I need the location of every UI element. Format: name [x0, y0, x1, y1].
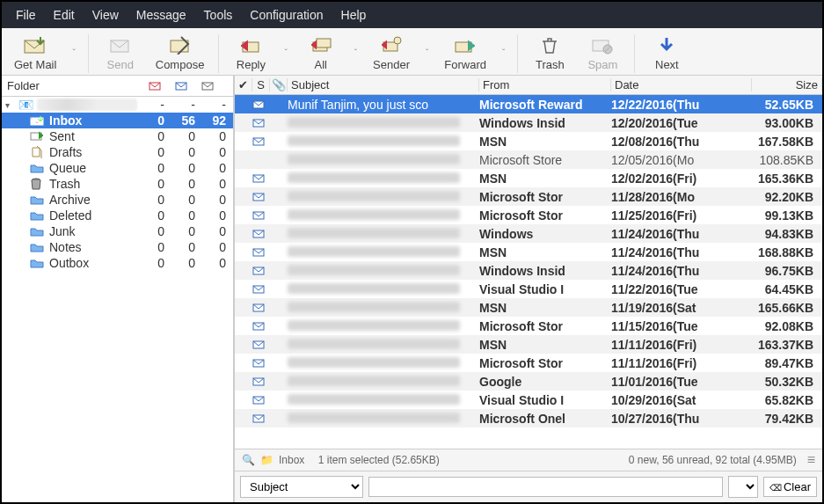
menu-help[interactable]: Help [332, 5, 376, 25]
folder-junk[interactable]: Junk000 [2, 223, 233, 239]
message-row[interactable]: Visual Studio I10/29/2016(Sat65.82KB [235, 391, 822, 409]
folder-sent[interactable]: Sent000 [2, 128, 233, 144]
next-arrow-icon [657, 35, 676, 55]
status-sort-icon[interactable]: ≡ [807, 452, 815, 468]
spam-button[interactable]: Spam [578, 33, 627, 73]
forward-button[interactable]: Forward [437, 33, 493, 73]
forward-dropdown-icon[interactable]: ˇ [497, 48, 510, 58]
getmail-button[interactable]: Get Mail [7, 33, 63, 73]
search-match-select[interactable] [728, 476, 758, 498]
message-row[interactable]: Windows11/24/2016(Thu94.83KB [235, 224, 822, 243]
folder-queue[interactable]: Queue000 [2, 160, 233, 176]
message-row[interactable]: MSN11/11/2016(Fri)163.37KB [235, 335, 822, 354]
message-subject-blurred [288, 320, 460, 331]
message-date: 12/22/2016(Thu [611, 98, 752, 112]
message-from: Visual Studio I [479, 282, 611, 296]
col-checkbox[interactable]: ✔ [235, 78, 252, 91]
svg-rect-5 [317, 39, 331, 47]
folder-inbox[interactable]: Inbox05692 [2, 113, 233, 128]
unread-envelope-icon [252, 211, 270, 220]
menu-tools[interactable]: Tools [195, 5, 242, 25]
message-size: 165.36KB [752, 172, 822, 186]
col-status[interactable]: S [252, 78, 270, 91]
sender-dropdown-icon[interactable]: ˇ [420, 48, 434, 58]
message-row[interactable]: MSN11/24/2016(Thu168.88KB [235, 243, 822, 261]
replyall-dropdown-icon[interactable]: ˇ [349, 48, 362, 58]
message-row[interactable]: Microsoft Stor11/15/2016(Tue92.08KB [235, 317, 822, 335]
message-from: Visual Studio I [479, 393, 611, 407]
menu-file[interactable]: File [7, 5, 45, 25]
clear-button[interactable]: ⌫Clear [763, 477, 817, 497]
menu-configuration[interactable]: Configuration [241, 5, 332, 25]
message-date: 11/28/2016(Mo [611, 190, 752, 204]
search-input[interactable] [368, 477, 723, 497]
col-subject[interactable]: Subject [288, 78, 479, 91]
message-row[interactable]: Munif Tanjim, you just scoMicrosoft Rewa… [235, 95, 822, 113]
message-row[interactable]: Windows Insid12/20/2016(Tue93.00KB [235, 113, 822, 132]
message-row[interactable]: Visual Studio I11/22/2016(Tue64.45KB [235, 280, 822, 298]
getmail-dropdown-icon[interactable]: ˇ [67, 48, 80, 58]
message-row[interactable]: Microsoft Stor11/25/2016(Fri)99.13KB [235, 206, 822, 224]
account-name-blurred: (account) [37, 99, 137, 111]
folder-trash[interactable]: Trash000 [2, 176, 233, 192]
message-from: Microsoft Stor [479, 356, 611, 370]
message-row[interactable]: Windows Insid11/24/2016(Thu96.75KB [235, 261, 822, 280]
message-row[interactable]: Microsoft Onel10/27/2016(Thu79.42KB [235, 409, 822, 427]
menu-message[interactable]: Message [128, 5, 195, 25]
account-row[interactable]: ▾ 📧 (account) --- [2, 97, 233, 113]
folder-tree[interactable]: ▾ 📧 (account) --- Inbox05692Sent000Draft… [2, 97, 233, 502]
message-size: 163.37KB [752, 338, 822, 352]
menu-edit[interactable]: Edit [45, 5, 84, 25]
inbox-icon [30, 115, 46, 126]
send-button[interactable]: Send [96, 33, 145, 73]
reply-icon [239, 35, 262, 55]
message-from: Microsoft Stor [479, 190, 611, 204]
unread-envelope-icon [252, 193, 270, 201]
folder-pane: Folder ▾ 📧 (account) --- Inbox05692Sent0… [2, 76, 235, 502]
message-subject-blurred [288, 117, 460, 128]
menu-view[interactable]: View [84, 5, 128, 25]
message-row[interactable]: Google11/01/2016(Tue50.32KB [235, 372, 822, 391]
col-date[interactable]: Date [611, 78, 752, 91]
message-row[interactable]: Microsoft Stor11/28/2016(Mo92.20KB [235, 187, 822, 206]
status-folder: Inbox [279, 454, 304, 466]
message-from: MSN [479, 135, 611, 149]
search-bar: Subject ⌫Clear [235, 471, 822, 502]
message-date: 10/29/2016(Sat [611, 393, 752, 407]
message-row[interactable]: Microsoft Store12/05/2016(Mo108.85KB [235, 150, 822, 169]
expander-icon[interactable]: ▾ [5, 100, 18, 110]
message-size: 96.75KB [752, 264, 822, 278]
message-from: Google [479, 375, 611, 389]
reply-button[interactable]: Reply [226, 33, 275, 73]
next-button[interactable]: Next [642, 33, 691, 73]
col-from[interactable]: From [479, 78, 611, 91]
folder-outbox[interactable]: Outbox000 [2, 255, 233, 271]
folder-deleted[interactable]: Deleted000 [2, 208, 233, 223]
message-list[interactable]: Munif Tanjim, you just scoMicrosoft Rewa… [235, 95, 822, 449]
search-field-select[interactable]: Subject [240, 476, 363, 498]
message-row[interactable]: MSN11/19/2016(Sat165.66KB [235, 298, 822, 317]
message-row[interactable]: MSN12/08/2016(Thu167.58KB [235, 132, 822, 150]
folder-notes[interactable]: Notes000 [2, 239, 233, 255]
replyall-button[interactable]: All [296, 33, 346, 73]
trash-button[interactable]: Trash [525, 33, 574, 73]
replyall-icon [310, 35, 332, 55]
folder-icon [30, 163, 46, 173]
message-date: 11/24/2016(Thu [611, 264, 752, 278]
sender-button[interactable]: Sender [366, 33, 417, 73]
sent-icon [30, 131, 46, 142]
col-attachment-icon[interactable]: 📎 [270, 78, 288, 91]
message-row[interactable]: Microsoft Stor11/11/2016(Fri)89.47KB [235, 354, 822, 372]
folder-archive[interactable]: Archive000 [2, 192, 233, 208]
message-from: Microsoft Reward [479, 98, 611, 112]
col-size[interactable]: Size [752, 78, 822, 91]
compose-button[interactable]: Compose [149, 33, 212, 73]
folder-drafts[interactable]: Drafts000 [2, 144, 233, 160]
search-status-icon[interactable]: 🔍 [242, 454, 255, 466]
message-from: Microsoft Stor [479, 208, 611, 223]
reply-dropdown-icon[interactable]: ˇ [279, 48, 292, 58]
folder-label: Archive [49, 193, 137, 207]
message-row[interactable]: MSN12/02/2016(Fri)165.36KB [235, 169, 822, 187]
folder-label: Queue [49, 161, 137, 175]
unread-envelope-icon [252, 414, 270, 423]
